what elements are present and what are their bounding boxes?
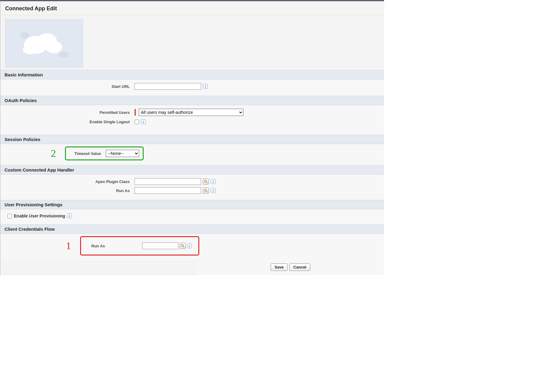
section-header-custom-handler: Custom Connected App Handler bbox=[0, 165, 384, 175]
apex-plugin-class-input[interactable] bbox=[135, 178, 201, 185]
section-body-oauth-policies: Permitted Users All users may self-autho… bbox=[0, 105, 384, 135]
start-url-label: Start URL bbox=[5, 84, 135, 89]
cancel-button[interactable]: Cancel bbox=[289, 263, 310, 271]
help-icon[interactable]: i bbox=[211, 188, 216, 193]
section-body-basic-information: Start URL i bbox=[0, 79, 384, 96]
app-logo-container bbox=[0, 15, 384, 70]
svg-point-4 bbox=[20, 32, 29, 38]
cloud-icon bbox=[15, 25, 73, 62]
section-body-client-credentials-flow: 1 Run As i bbox=[0, 234, 384, 260]
section-body-user-provisioning: Enable User Provisioning i bbox=[0, 209, 384, 224]
section-header-session-policies: Session Policies bbox=[0, 135, 384, 144]
app-logo-placeholder bbox=[5, 19, 83, 68]
help-icon[interactable]: i bbox=[67, 214, 72, 218]
permitted-users-label: Permitted Users bbox=[5, 110, 135, 115]
ccflow-run-as-label: Run As bbox=[88, 244, 142, 248]
lookup-icon[interactable] bbox=[203, 188, 209, 194]
section-header-oauth-policies: OAuth Policies bbox=[0, 96, 384, 105]
lookup-icon[interactable] bbox=[203, 178, 209, 185]
enable-user-provisioning-label: Enable User Provisioning bbox=[14, 214, 65, 218]
handler-run-as-label: Run As bbox=[5, 188, 135, 193]
save-button[interactable]: Save bbox=[271, 263, 288, 271]
annotation-highlight-runas: Run As i bbox=[80, 236, 199, 255]
enable-single-logout-label: Enable Single Logout bbox=[5, 120, 135, 124]
lookup-icon[interactable] bbox=[180, 243, 186, 249]
page-title: Connected App Edit bbox=[0, 1, 384, 15]
section-header-user-provisioning: User Provisioning Settings bbox=[0, 200, 384, 209]
svg-point-5 bbox=[59, 52, 69, 58]
section-header-basic-information: Basic Information bbox=[0, 70, 384, 79]
section-body-session-policies: 2 Timeout Value --None-- bbox=[0, 144, 384, 165]
help-icon[interactable]: i bbox=[187, 243, 192, 248]
svg-line-11 bbox=[183, 246, 184, 248]
action-buttons-bar: Save Cancel bbox=[197, 260, 384, 275]
connected-app-edit-page: Connected App Edit Basic Information Sta… bbox=[0, 0, 384, 275]
svg-point-3 bbox=[23, 44, 37, 54]
section-header-client-credentials-flow: Client Credentials Flow bbox=[0, 224, 384, 234]
ccflow-run-as-input[interactable] bbox=[142, 243, 178, 249]
enable-user-provisioning-checkbox[interactable] bbox=[8, 214, 12, 218]
help-icon[interactable]: i bbox=[203, 84, 208, 89]
enable-single-logout-checkbox[interactable] bbox=[135, 120, 139, 124]
svg-line-7 bbox=[207, 182, 208, 183]
annotation-number-1: 1 bbox=[66, 240, 71, 251]
timeout-value-label: Timeout Value bbox=[70, 151, 106, 156]
section-body-custom-handler: Apex Plugin Class i Run As i bbox=[0, 175, 384, 200]
help-icon[interactable]: i bbox=[211, 179, 216, 184]
permitted-users-select[interactable]: All users may self-authorize bbox=[139, 109, 243, 116]
start-url-input[interactable] bbox=[135, 83, 201, 90]
help-icon[interactable]: i bbox=[141, 119, 146, 124]
svg-point-2 bbox=[46, 41, 62, 53]
annotation-number-2: 2 bbox=[51, 148, 56, 159]
svg-line-9 bbox=[207, 191, 208, 192]
required-indicator bbox=[135, 109, 136, 116]
handler-run-as-input[interactable] bbox=[135, 187, 201, 194]
timeout-value-select[interactable]: --None-- bbox=[106, 150, 139, 157]
apex-plugin-class-label: Apex Plugin Class bbox=[5, 179, 135, 184]
annotation-highlight-timeout: Timeout Value --None-- bbox=[65, 146, 144, 160]
